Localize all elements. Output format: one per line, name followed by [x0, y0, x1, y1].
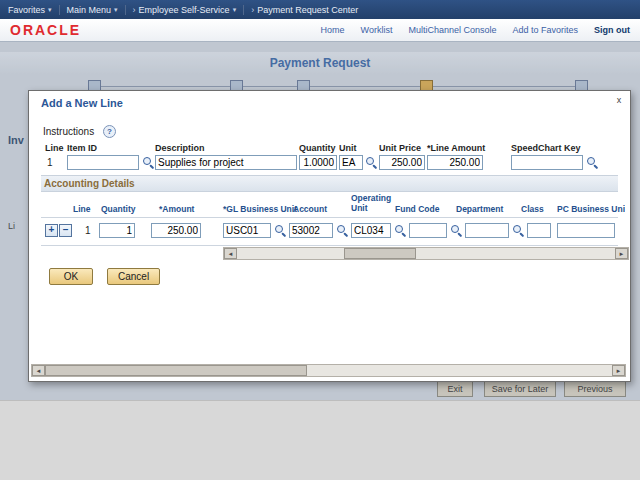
favorites-label: Favorites — [8, 5, 45, 15]
chevron-down-icon: ▾ — [114, 6, 118, 14]
operating-unit-lookup-icon[interactable] — [394, 224, 407, 237]
col-header-class: Class — [521, 205, 544, 215]
separator — [125, 5, 126, 15]
empty-page-area — [0, 400, 640, 480]
col-header-department: Department — [456, 205, 503, 215]
line-number-value: 1 — [47, 157, 53, 168]
ok-button[interactable]: OK — [49, 268, 93, 285]
accounting-details-header: Accounting Details — [41, 175, 618, 192]
dialog-h-scrollbar[interactable]: ◄ ► — [31, 364, 626, 377]
main-menu[interactable]: Main Menu ▾ — [67, 5, 118, 15]
col-header-amount: *Amount — [159, 205, 194, 215]
row-department-input[interactable] — [465, 223, 509, 238]
chevron-down-icon: ▾ — [48, 6, 52, 14]
row-class-input[interactable] — [527, 223, 551, 238]
row-line-number: 1 — [85, 225, 91, 236]
accounting-details-title: Accounting Details — [44, 178, 135, 189]
grid-h-scrollbar[interactable]: ◄ ► — [223, 247, 629, 260]
row-fund-code-input[interactable] — [409, 223, 447, 238]
main-menu-label: Main Menu — [67, 5, 112, 15]
instructions-label: Instructions — [43, 126, 94, 137]
description-label: Description — [155, 143, 205, 153]
col-header-pc-business-unit: PC Business Unit — [557, 205, 625, 215]
account-lookup-icon[interactable] — [336, 224, 349, 237]
breadcrumb-bar: Favorites ▾ Main Menu ▾ › Employee Self-… — [0, 0, 640, 19]
scroll-left-icon[interactable]: ◄ — [224, 248, 237, 259]
col-header-line: Line — [73, 205, 90, 215]
breadcrumb-chevron-icon: › — [133, 5, 136, 15]
item-id-label: Item ID — [67, 143, 97, 153]
line-label: Line — [45, 143, 64, 153]
col-header-fund-code: Fund Code — [395, 205, 439, 215]
add-new-line-dialog: Add a New Line x Instructions ? Line Ite… — [28, 90, 631, 382]
department-lookup-icon[interactable] — [512, 224, 525, 237]
line-amount-input[interactable] — [427, 155, 483, 170]
row-amount-input[interactable] — [151, 223, 201, 238]
item-id-lookup-icon[interactable] — [142, 156, 155, 169]
speedchart-key-input[interactable] — [511, 155, 583, 170]
grid-divider — [41, 217, 618, 218]
col-header-quantity: Quantity — [101, 205, 135, 215]
fund-code-lookup-icon[interactable] — [450, 224, 463, 237]
close-icon[interactable]: x — [613, 94, 625, 106]
unit-price-input[interactable] — [379, 155, 425, 170]
breadcrumb-label: Employee Self-Service — [139, 5, 230, 15]
add-row-icon[interactable]: + — [45, 224, 58, 237]
unit-label: Unit — [339, 143, 357, 153]
breadcrumb-payment-request-center[interactable]: › Payment Request Center — [251, 5, 358, 15]
speedchart-key-label: SpeedChart Key — [511, 143, 581, 153]
gl-business-unit-lookup-icon[interactable] — [274, 224, 287, 237]
breadcrumb-chevron-icon: › — [251, 5, 254, 15]
row-operating-unit-input[interactable] — [351, 223, 391, 238]
row-pc-business-unit-input[interactable] — [557, 223, 615, 238]
row-quantity-input[interactable] — [99, 223, 135, 238]
row-gl-business-unit-input[interactable] — [223, 223, 271, 238]
cancel-button[interactable]: Cancel — [107, 268, 160, 285]
line-amount-label: *Line Amount — [427, 143, 485, 153]
utility-bar: ORACLE Home Worklist MultiChannel Consol… — [0, 19, 640, 42]
col-header-account: Account — [293, 205, 327, 215]
chevron-down-icon: ▾ — [233, 6, 237, 14]
breadcrumb-label: Payment Request Center — [257, 5, 358, 15]
breadcrumb-employee-self-service[interactable]: › Employee Self-Service ▾ — [133, 5, 237, 15]
scroll-left-icon[interactable]: ◄ — [32, 365, 45, 376]
separator — [59, 5, 60, 15]
utility-links: Home Worklist MultiChannel Console Add t… — [321, 25, 630, 35]
grid-divider — [41, 245, 618, 246]
item-id-input[interactable] — [67, 155, 139, 170]
dialog-title: Add a New Line — [41, 97, 123, 109]
delete-row-icon[interactable]: – — [59, 224, 72, 237]
scrollbar-thumb[interactable] — [45, 365, 307, 376]
home-link[interactable]: Home — [321, 25, 345, 35]
separator — [243, 5, 244, 15]
multichannel-console-link[interactable]: MultiChannel Console — [408, 25, 496, 35]
unit-input[interactable] — [339, 155, 363, 170]
screen: Favorites ▾ Main Menu ▾ › Employee Self-… — [0, 0, 640, 480]
speedchart-lookup-icon[interactable] — [586, 156, 599, 169]
worklist-link[interactable]: Worklist — [361, 25, 393, 35]
col-header-gl-business-unit: *GL Business Unit — [223, 205, 297, 215]
add-to-favorites-link[interactable]: Add to Favorites — [512, 25, 578, 35]
favorites-menu[interactable]: Favorites ▾ — [8, 5, 52, 15]
sign-out-link[interactable]: Sign out — [594, 25, 630, 35]
col-header-operating-unit: Operating Unit — [351, 194, 393, 214]
quantity-label: Quantity — [299, 143, 336, 153]
row-account-input[interactable] — [289, 223, 333, 238]
scroll-right-icon[interactable]: ► — [612, 365, 625, 376]
quantity-input[interactable] — [299, 155, 337, 170]
scroll-right-icon[interactable]: ► — [615, 248, 628, 259]
scrollbar-thumb[interactable] — [344, 248, 416, 259]
description-input[interactable] — [155, 155, 297, 170]
oracle-logo: ORACLE — [10, 22, 81, 38]
unit-lookup-icon[interactable] — [365, 156, 378, 169]
unit-price-label: Unit Price — [379, 143, 421, 153]
help-icon[interactable]: ? — [103, 125, 116, 138]
